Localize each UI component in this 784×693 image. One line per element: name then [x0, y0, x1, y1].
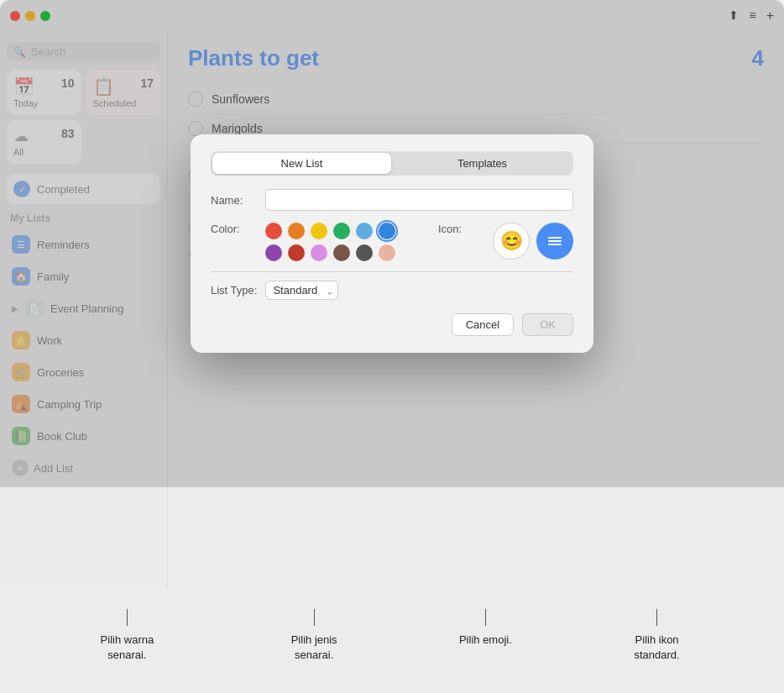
- ok-button[interactable]: OK: [522, 313, 573, 336]
- modal-tabs: New List Templates: [211, 151, 573, 176]
- swatch-dark-gray[interactable]: [356, 244, 373, 261]
- callout-emoji: Pilih emoji.: [459, 609, 512, 648]
- emoji-icon-button[interactable]: 😊: [493, 223, 530, 260]
- swatch-yellow[interactable]: [311, 223, 327, 239]
- swatch-red[interactable]: [265, 223, 282, 239]
- cancel-button[interactable]: Cancel: [452, 313, 514, 336]
- swatch-rose[interactable]: [379, 244, 395, 261]
- list-icon-button[interactable]: [536, 223, 573, 260]
- swatch-green[interactable]: [333, 223, 350, 239]
- modal-divider: [211, 271, 573, 272]
- name-input[interactable]: [265, 189, 573, 211]
- list-type-wrapper: Standard Groceries Smart: [265, 281, 338, 300]
- swatch-pink[interactable]: [311, 244, 327, 261]
- color-swatches: [265, 223, 395, 261]
- callout-standard-icon: Pilih ikon standard.: [615, 609, 699, 663]
- name-label: Name:: [211, 194, 257, 207]
- callout-line-color: [127, 609, 128, 626]
- color-row-1: [265, 223, 395, 239]
- new-list-modal: New List Templates Name: Color:: [191, 134, 593, 353]
- callout-color: Pilih warna senarai.: [85, 609, 169, 663]
- callout-text-emoji: Pilih emoji.: [459, 633, 512, 648]
- color-section: Color:: [211, 223, 395, 261]
- app-window: ⬆ ≡ + 🔍 Search 📅 Today 10 📋 Sc: [0, 0, 784, 588]
- name-row: Name:: [211, 189, 573, 211]
- callout-area: Pilih warna senarai. Pilih jenis senarai…: [0, 592, 784, 693]
- callout-list-type: Pilih jenis senarai.: [272, 609, 356, 663]
- list-type-label: List Type:: [211, 284, 257, 297]
- tab-new-list[interactable]: New List: [212, 153, 391, 174]
- swatch-dark-red[interactable]: [288, 244, 305, 261]
- swatch-purple[interactable]: [265, 244, 282, 261]
- color-icon-row: Color:: [211, 223, 573, 261]
- callout-text-list-type: Pilih jenis senarai.: [272, 633, 356, 663]
- tab-templates[interactable]: Templates: [393, 153, 572, 174]
- color-label: Color:: [211, 223, 257, 235]
- icon-label: Icon:: [438, 223, 484, 235]
- callout-line-emoji: [485, 609, 486, 626]
- list-type-select[interactable]: Standard Groceries Smart: [265, 281, 338, 300]
- list-type-row: List Type: Standard Groceries Smart: [211, 281, 573, 300]
- swatch-light-blue[interactable]: [356, 223, 373, 239]
- icon-buttons: 😊: [493, 223, 573, 260]
- color-row-2: [265, 244, 395, 261]
- callout-text-color: Pilih warna senarai.: [85, 633, 169, 663]
- callout-line-list-type: [314, 609, 315, 626]
- swatch-blue[interactable]: [379, 223, 395, 239]
- modal-overlay: New List Templates Name: Color:: [0, 0, 784, 487]
- swatch-brown[interactable]: [333, 244, 350, 261]
- callout-line-standard-icon: [656, 609, 657, 626]
- icon-picker-section: Icon: 😊: [438, 223, 573, 260]
- swatch-orange[interactable]: [288, 223, 305, 239]
- callout-text-standard-icon: Pilih ikon standard.: [615, 633, 699, 663]
- modal-footer: Cancel OK: [211, 313, 573, 336]
